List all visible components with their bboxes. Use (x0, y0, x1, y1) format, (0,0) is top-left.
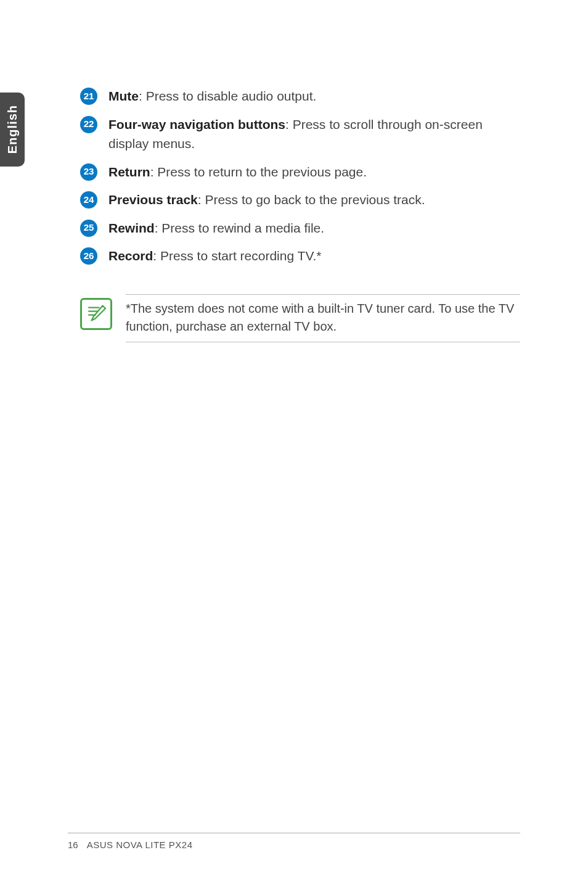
item-text: Return: Press to return to the previous … (108, 162, 520, 182)
item-desc: : Press to disable audio output. (139, 89, 316, 103)
item-label: Return (108, 165, 150, 179)
item-text: Rewind: Press to rewind a media file. (108, 218, 520, 238)
note-text: *The system does not come with a built-i… (126, 294, 520, 342)
item-text: Previous track: Press to go back to the … (108, 190, 520, 210)
list-item: 22 Four-way navigation buttons: Press to… (80, 115, 520, 154)
item-label: Mute (108, 89, 139, 103)
note-icon (80, 298, 112, 330)
item-label: Record (108, 249, 153, 263)
list-item: 23 Return: Press to return to the previo… (80, 162, 520, 182)
item-label: Previous track (108, 192, 198, 207)
item-desc: : Press to return to the previous page. (150, 165, 367, 179)
item-text: Four-way navigation buttons: Press to sc… (108, 115, 520, 154)
list-item: 26 Record: Press to start recording TV.* (80, 246, 520, 266)
product-model: ASUS NOVA LITE PX24 (87, 840, 193, 850)
language-tab-label: English (6, 105, 20, 154)
document-page: English 21 Mute: Press to disable audio … (0, 0, 588, 887)
item-desc: : Press to start recording TV.* (153, 249, 321, 263)
list-item: 25 Rewind: Press to rewind a media file. (80, 218, 520, 238)
page-footer: 16 ASUS NOVA LITE PX24 (68, 833, 520, 850)
page-number: 16 (68, 840, 78, 850)
list-item: 21 Mute: Press to disable audio output. (80, 86, 520, 106)
item-desc: : Press to go back to the previous track… (198, 192, 425, 207)
bullet-number: 21 (80, 88, 97, 105)
note-row: *The system does not come with a built-i… (80, 294, 520, 342)
notepad-pencil-icon (85, 303, 107, 325)
bullet-number: 22 (80, 116, 97, 133)
bullet-number: 26 (80, 247, 97, 265)
item-desc: : Press to rewind a media file. (155, 221, 324, 235)
bullet-number: 24 (80, 191, 97, 208)
remote-items-list: 21 Mute: Press to disable audio output. … (80, 86, 520, 266)
item-text: Record: Press to start recording TV.* (108, 246, 520, 266)
bullet-number: 23 (80, 163, 97, 181)
list-item: 24 Previous track: Press to go back to t… (80, 190, 520, 210)
item-label: Rewind (108, 221, 155, 235)
item-text: Mute: Press to disable audio output. (108, 86, 520, 106)
bullet-number: 25 (80, 220, 97, 237)
language-tab: English (0, 93, 25, 167)
item-label: Four-way navigation buttons (108, 117, 285, 131)
